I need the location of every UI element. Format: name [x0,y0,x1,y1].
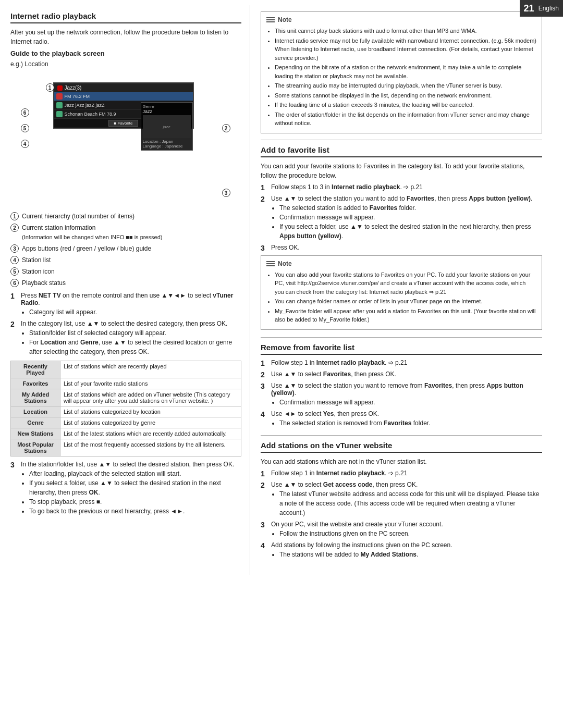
divider-2 [261,337,542,338]
remove-fav-step-1: 1 Follow step 1 in Internet radio playba… [261,359,542,367]
eg-location: e.g.) Location [10,59,241,69]
category-name-favorites: Favorites [11,378,60,389]
table-row-recently: Recently Played List of stations which a… [11,361,241,378]
table-row-myadded: My Added Stations List of stations which… [11,389,241,406]
category-desc-location: List of stations categorized by location [60,406,241,417]
add-vtuner-step-2: 2 Use ▲▼ to select Get access code, then… [261,481,542,517]
add-vtuner-step-1: 1 Follow step 1 in Internet radio playba… [261,470,542,478]
category-desc-myadded: List of stations which are added on vTun… [60,389,241,406]
language-info: Language : Japanese [143,144,191,149]
add-fav-step-1: 1 Follow steps 1 to 3 in Internet radio … [261,183,542,192]
category-name-myadded: My Added Stations [11,389,60,406]
add-vtuner-steps: 1 Follow step 1 in Internet radio playba… [261,470,542,559]
location-info: Location : Japan [143,139,191,144]
table-row-favorites: Favorites List of your favorite radio st… [11,378,241,389]
add-fav-step-2: 2 Use ▲▼ to select the station you want … [261,195,542,241]
note-item: You can also add your favorite stations … [275,270,536,297]
note-item: This unit cannot play back stations with… [275,27,536,35]
favorite-button: ■ Favorite [108,120,139,127]
add-fav-intro: You can add your favorite stations to Fa… [261,162,542,180]
screen-diagram: Jazz(3) FM 76.2 FM Jazz jAzz jazZ jazZ [17,72,236,207]
note-item: The order of station/folder in the list … [275,110,536,128]
add-vtuner-intro: You can add stations which are not in th… [261,457,542,466]
callout-item-5: 5 Station icon [10,267,241,276]
note-item: My_Favorite folder will appear after you… [275,307,536,324]
screen-frame: Jazz(3) FM 76.2 FM Jazz jAzz jazZ jazZ [53,82,194,129]
main-content: Internet radio playback After you set up… [0,0,563,575]
callout-2-marker: 2 [222,124,230,132]
callout-item-2: 2 Current station information (Informati… [10,223,241,242]
intro-text: After you set up the network connection,… [10,28,241,46]
divider-1 [261,140,542,140]
note-item: Internet radio service may not be fully … [275,36,536,63]
note-item: You can change folder names or order of … [275,297,536,306]
step-1: 1 Press NET TV on the remote control and… [10,292,241,317]
station-icon-green-2 [56,111,63,117]
language-label: English [538,5,559,12]
callout-item-1: 1 Current hierarchy (total number of ite… [10,212,241,221]
steps-list: 1 Press NET TV on the remote control and… [10,292,241,356]
album-art-thumbnail: jazz [143,115,191,138]
callout-2-text: Current station information (Information… [22,223,162,242]
remove-fav-step-3: 3 Use ▲▼ to select the station you want … [261,382,542,407]
station-icon-green-1 [56,102,63,108]
remove-fav-steps: 1 Follow step 1 in Internet radio playba… [261,359,542,428]
screen-top-text: Jazz(3) [65,85,82,91]
note-item: Some stations cannot be displayed in the… [275,91,536,100]
note-item: The streaming audio may be interrupted d… [275,81,536,90]
genre-value: Jazz [143,109,191,114]
add-vtuner-title: Add stations on the vTuner website [261,441,542,453]
screen-top-bar: Jazz(3) [54,83,193,92]
divider-3 [261,435,542,436]
right-column: Note This unit cannot play back stations… [250,5,553,575]
left-column: Internet radio playback After you set up… [0,5,250,575]
recording-dot [57,85,63,91]
category-desc-recently: List of stations which are recently play… [60,361,241,378]
main-section-title: Internet radio playback [10,11,241,23]
guide-title: Guide to the playback screen [10,50,241,57]
category-name-recently: Recently Played [11,361,60,378]
category-table: Recently Played List of stations which a… [10,361,241,456]
add-favorite-section: Add to favorite list You can add your fa… [261,145,542,330]
category-name-genre: Genre [11,417,60,428]
table-row-new: New Stations List of the latest stations… [11,428,241,439]
remove-fav-step-4: 4 Use ◄► to select Yes, then press OK. T… [261,410,542,428]
note-item: If the loading time of a station exceeds… [275,101,536,109]
note-box-2: Note You can also add your favorite stat… [261,255,542,330]
add-fav-steps: 1 Follow steps 1 to 3 in Internet radio … [261,183,542,252]
remove-fav-title: Remove from favorite list [261,343,542,355]
remove-fav-step-2: 2 Use ▲▼ to select Favorites, then press… [261,371,542,379]
note-icon-2 [266,261,275,266]
screen-list-row-1: FM 76.2 FM [54,92,193,101]
table-row-genre: Genre List of stations categorized by ge… [11,417,241,428]
category-desc-genre: List of stations categorized by genre [60,417,241,428]
top-bar: 21 English [520,0,563,17]
add-fav-step-3: 3 Press OK. [261,244,542,252]
confirmation-message-item: Confirmation message will appear. [279,213,542,222]
callout-5-marker: 5 [21,124,29,132]
callout-6-marker: 6 [21,108,29,117]
internet-radio-section: Internet radio playback After you set up… [10,11,241,516]
category-desc-popular: List of the most frequently accessed sta… [60,439,241,456]
note-box-1: Note This unit cannot play back stations… [261,11,542,133]
add-vtuner-step-4: 4 Add stations by following the instruct… [261,541,542,559]
add-vtuner-section: Add stations on the vTuner website You c… [261,441,542,559]
category-name-new: New Stations [11,428,60,439]
add-fav-title: Add to favorite list [261,145,542,157]
step-2: 2 In the category list, use ▲▼ to select… [10,320,241,356]
note-header-2: Note [266,260,536,267]
note-header-1: Note [266,16,536,23]
callout-item-4: 4 Station list [10,255,241,265]
category-name-location: Location [11,406,60,417]
note-1-list: This unit cannot play back stations with… [266,27,536,128]
station-icon-red [56,93,63,100]
callout-4-marker: 4 [21,140,29,148]
callout-item-6: 6 Playback status [10,278,241,288]
callout-item-3: 3 Apps buttons (red / green / yellow / b… [10,244,241,253]
note-item: Depending on the bit rate of a station o… [275,63,536,80]
note-2-list: You can also add your favorite stations … [266,270,536,324]
page-number: 21 [524,3,534,14]
stop-playback-item: To stop playback, press ■. [29,497,241,507]
callout-list: 1 Current hierarchy (total number of ite… [10,212,241,288]
remove-favorite-section: Remove from favorite list 1 Follow step … [261,343,542,428]
